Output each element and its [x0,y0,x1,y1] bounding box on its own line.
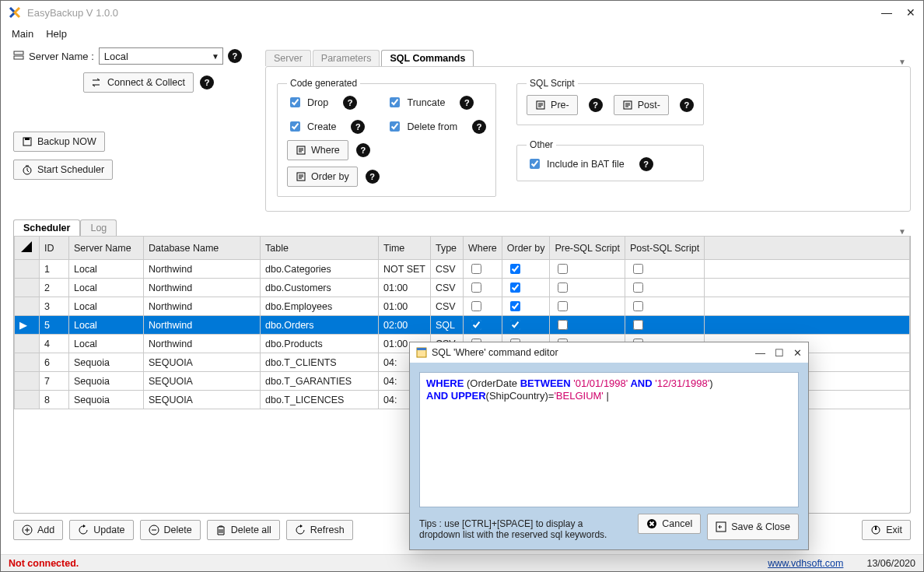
row-header[interactable] [15,297,40,316]
where-checkbox[interactable] [471,320,481,330]
cell-server[interactable]: Local [69,279,144,297]
where-checkbox[interactable] [471,264,481,274]
cell-orderby[interactable] [502,297,550,316]
cell-server[interactable]: Local [69,335,144,353]
cell-table[interactable]: dbo.Employees [261,297,379,316]
row-header[interactable] [15,353,40,372]
table-corner-icon[interactable] [15,237,40,260]
pre-script-help-icon[interactable]: ? [589,98,603,112]
grid-tabs-overflow-icon[interactable]: ▼ [894,227,911,236]
row-header[interactable] [15,260,40,279]
cell-server[interactable]: Sequoia [69,353,144,372]
cell-db[interactable]: Northwind [144,297,261,316]
cell-time[interactable]: 01:00 [379,297,431,316]
post-checkbox[interactable] [633,301,643,311]
delete-from-help-icon[interactable]: ? [472,120,486,134]
add-button[interactable]: Add [13,520,63,540]
post-checkbox[interactable] [633,264,643,274]
cell-server[interactable]: Sequoia [69,391,144,409]
cell-db[interactable]: SEQUOIA [144,372,261,391]
cell-db[interactable]: SEQUOIA [144,353,261,372]
orderby-checkbox[interactable] [510,320,520,330]
create-help-icon[interactable]: ? [351,120,365,134]
delete-all-button[interactable]: Delete all [207,520,280,540]
dialog-save-button[interactable]: Save & Close [707,514,799,540]
col-time[interactable]: Time [379,237,431,260]
connect-collect-button[interactable]: Connect & Collect [83,72,194,93]
pre-checkbox[interactable] [558,301,568,311]
cell-id[interactable]: 3 [40,297,69,316]
col-pre[interactable]: Pre-SQL Script [550,237,625,260]
dialog-titlebar[interactable]: SQL 'Where' command editor — ☐ ✕ [410,342,808,363]
where-checkbox[interactable] [471,301,481,311]
cell-type[interactable]: CSV [430,279,463,297]
cell-table[interactable]: dbo.T_GARANTIES [261,372,379,391]
post-checkbox[interactable] [633,282,643,293]
row-header[interactable]: ▶ [15,316,40,335]
menu-main[interactable]: Main [12,28,33,40]
pre-checkbox[interactable] [558,320,568,330]
table-row[interactable]: ▶5LocalNorthwinddbo.Orders02:00SQL [15,316,910,335]
tab-parameters[interactable]: Parameters [313,50,380,66]
cell-pre[interactable] [550,260,625,279]
cell-id[interactable]: 8 [40,391,69,409]
cell-post[interactable] [625,297,705,316]
cell-pre[interactable] [550,279,625,297]
cell-db[interactable]: SEQUOIA [144,391,261,409]
cell-table[interactable]: dbo.T_LICENCES [261,391,379,409]
cell-time[interactable]: 02:00 [379,316,431,335]
post-script-button[interactable]: Post- [614,95,669,115]
col-post[interactable]: Post-SQL Script [625,237,705,260]
cell-table[interactable]: dbo.Categories [261,260,379,279]
drop-checkbox[interactable] [290,97,300,107]
cell-table[interactable]: dbo.Products [261,335,379,353]
cell-db[interactable]: Northwind [144,335,261,353]
pre-checkbox[interactable] [558,282,568,293]
tab-log[interactable]: Log [80,219,117,236]
cell-id[interactable]: 1 [40,260,69,279]
row-header[interactable] [15,391,40,409]
cell-pre[interactable] [550,316,625,335]
cell-type[interactable]: CSV [430,297,463,316]
cell-id[interactable]: 5 [40,316,69,335]
truncate-checkbox[interactable] [390,97,400,107]
update-button[interactable]: Update [69,520,133,540]
tab-server[interactable]: Server [265,50,311,66]
cell-table[interactable]: dbo.T_CLIENTS [261,353,379,372]
sql-editor[interactable]: WHERE (OrderDate BETWEEN '01/01/1998' AN… [419,372,799,507]
tabs-overflow-icon[interactable]: ▼ [894,58,911,66]
cell-id[interactable]: 7 [40,372,69,391]
server-name-help-icon[interactable]: ? [228,49,242,63]
dialog-minimize-icon[interactable]: — [755,347,765,359]
cell-type[interactable]: SQL [430,316,463,335]
vendor-link[interactable]: www.vdhsoft.com [768,558,843,569]
delete-button[interactable]: Delete [140,520,201,540]
exit-button[interactable]: Exit [862,520,911,540]
delete-from-checkbox[interactable] [390,121,400,132]
col-table[interactable]: Table [261,237,379,260]
col-server[interactable]: Server Name [69,237,144,260]
orderby-checkbox[interactable] [510,264,520,274]
tab-sql-commands[interactable]: SQL Commands [381,50,474,66]
start-scheduler-button[interactable]: Start Scheduler [13,160,113,180]
pre-checkbox[interactable] [558,264,568,274]
cell-orderby[interactable] [502,316,550,335]
include-bat-help-icon[interactable]: ? [639,157,653,171]
cell-server[interactable]: Local [69,297,144,316]
table-row[interactable]: 2LocalNorthwinddbo.Customers01:00CSV [15,279,910,297]
col-orderby[interactable]: Order by [502,237,550,260]
cell-table[interactable]: dbo.Orders [261,316,379,335]
cell-time[interactable]: NOT SET [379,260,431,279]
where-button[interactable]: Where [287,140,348,160]
cell-where[interactable] [463,297,502,316]
cell-post[interactable] [625,316,705,335]
post-checkbox[interactable] [633,320,643,330]
cell-table[interactable]: dbo.Customers [261,279,379,297]
table-row[interactable]: 1LocalNorthwinddbo.CategoriesNOT SETCSV [15,260,910,279]
cell-orderby[interactable] [502,260,550,279]
orderby-checkbox[interactable] [510,282,520,293]
cell-time[interactable]: 01:00 [379,279,431,297]
col-id[interactable]: ID [40,237,69,260]
cell-where[interactable] [463,260,502,279]
post-script-help-icon[interactable]: ? [680,98,694,112]
